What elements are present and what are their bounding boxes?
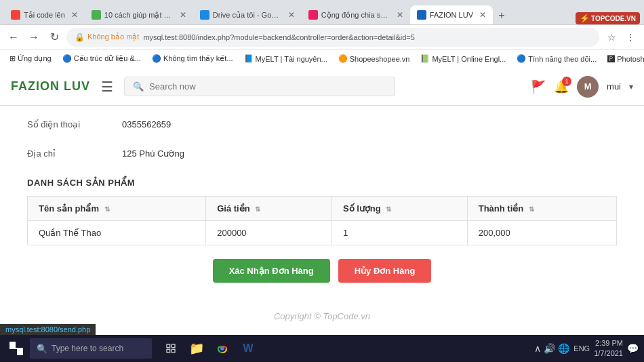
user-name[interactable]: mui (607, 81, 621, 92)
tab-close[interactable]: ✕ (288, 10, 295, 20)
bookmarks-bar: ⊞ Ứng dụng 🔵 Cấu trúc dữ liệu &... 🔵 Khô… (0, 49, 644, 68)
address-field-row: Địa chỉ 125 Phú Cường (27, 148, 617, 159)
bookmark-photoshop[interactable]: 🅿 Photoshop Online... (603, 54, 644, 64)
bookmark-icon: 🔵 (62, 54, 72, 63)
taskbar-explorer-btn[interactable]: 📁 (186, 338, 207, 359)
taskbar-search-btn[interactable] (160, 338, 182, 359)
taskbar-chrome-btn[interactable] (212, 338, 233, 359)
sort-icon-qty[interactable]: ⇅ (386, 205, 391, 213)
tab-close[interactable]: ✕ (397, 10, 403, 20)
address-value: 125 Phú Cường (122, 148, 184, 159)
tab-close[interactable]: ✕ (479, 10, 486, 20)
status-bar: mysql.test:8080/send.php (0, 324, 96, 335)
apps-icon: ⊞ (9, 54, 16, 63)
new-tab-button[interactable]: + (493, 7, 510, 24)
windows-icon (9, 342, 23, 355)
app-logo: FAZION LUV (11, 79, 90, 94)
menu-icon[interactable]: ☰ (101, 79, 113, 95)
lock-label: Không bảo mật (87, 33, 139, 41)
clock-time: 2:39 PM (594, 338, 623, 348)
svg-rect-0 (167, 344, 170, 348)
taskbar: 🔍 Type here to search 📁 W ∧ 🔊 🌐 ENG 2:39… (0, 335, 644, 362)
bookmark-khongtimthay[interactable]: 🔵 Không tìm thấy kết... (148, 53, 237, 64)
tab-title: Cộng đồng chia sẻ và downlo... (321, 11, 390, 20)
taskbar-icons: 📁 W (160, 338, 259, 359)
table-row: Quần Thể Thao 200000 1 200,000 (28, 221, 617, 245)
tab-fazion[interactable]: FAZION LUV ✕ (410, 5, 493, 24)
reload-button[interactable]: ↻ (46, 29, 62, 45)
notification-icon[interactable]: 🔔 1 (554, 79, 569, 94)
sort-icon-total[interactable]: ⇅ (529, 205, 534, 213)
taskbar-word-btn[interactable]: W (237, 338, 259, 359)
cell-product-name: Quần Thể Thao (28, 221, 206, 245)
tab-favicon (417, 10, 426, 20)
volume-icon[interactable]: 🔊 (544, 343, 555, 354)
search-bar[interactable]: 🔍 (124, 77, 395, 96)
clock-date: 1/7/2021 (594, 348, 623, 359)
address-text: mysql.test:8080/index.php?module=backend… (143, 33, 415, 41)
browser-chrome: Tải code lên ✕ 10 cách giúp mật khẩu của… (0, 0, 644, 68)
svg-rect-2 (167, 349, 170, 353)
section-title: DANH SÁCH SẢN PHẨM (27, 178, 617, 188)
more-btn[interactable]: ⋮ (622, 29, 639, 45)
search-input[interactable] (149, 81, 386, 92)
notification-sys-icon[interactable]: 💬 (627, 343, 639, 354)
col-price[interactable]: Giá tiền ⇅ (206, 197, 332, 221)
svg-rect-3 (172, 349, 175, 353)
bookmark-cautrucdl[interactable]: 🔵 Cấu trúc dữ liệu &... (58, 53, 145, 64)
sort-icon-price[interactable]: ⇅ (255, 205, 260, 213)
confirm-order-button[interactable]: Xác Nhận Đơn Hàng (213, 259, 330, 283)
bookmark-icon3: 📘 (244, 54, 254, 63)
flag-icon[interactable]: 🚩 (531, 79, 546, 94)
tab-bar: Tải code lên ✕ 10 cách giúp mật khẩu của… (0, 0, 644, 24)
cell-product-price: 200000 (206, 221, 332, 245)
bookmark-shopee[interactable]: 🟠 Shopeeshopee.vn (334, 53, 414, 64)
tab-favicon (11, 10, 20, 20)
address-label: Địa chỉ (27, 148, 122, 159)
chevron-icon[interactable]: ∧ (534, 343, 541, 354)
tab-close[interactable]: ✕ (180, 10, 186, 20)
bookmark-myelt1[interactable]: 📘 MyELT | Tài nguyên... (240, 53, 331, 64)
bookmark-apps[interactable]: ⊞ Ứng dụng (5, 53, 56, 64)
tab-favicon (92, 10, 101, 20)
sort-icon-name[interactable]: ⇅ (104, 205, 110, 213)
cell-product-qty: 1 (331, 221, 467, 245)
network-icon[interactable]: 🌐 (558, 343, 569, 354)
bookmark-btn[interactable]: ☆ (603, 29, 620, 45)
back-button[interactable]: ← (5, 29, 22, 45)
col-total[interactable]: Thành tiền ⇅ (467, 197, 616, 221)
tab-title: Tải code lên (24, 11, 65, 20)
bookmark-icon7: 🅿 (607, 55, 615, 63)
cell-product-total: 200,000 (467, 221, 616, 245)
tab-close[interactable]: ✕ (71, 10, 78, 20)
tab-taicode[interactable]: Tải code lên ✕ (4, 5, 85, 24)
tab-title: FAZION LUV (430, 11, 473, 19)
avatar[interactable]: M (577, 76, 599, 98)
tab-congdong[interactable]: Cộng đồng chia sẻ và downlo... ✕ (302, 5, 410, 24)
col-name[interactable]: Tên sản phẩm ⇅ (28, 197, 206, 221)
notification-badge: 1 (562, 77, 571, 86)
bookmark-icon2: 🔵 (152, 54, 161, 63)
phone-field: Số điện thoại 0355562659 (27, 119, 617, 129)
col-qty[interactable]: Số lượng ⇅ (331, 197, 467, 221)
forward-button[interactable]: → (26, 29, 42, 45)
bookmark-icon6: 🔵 (517, 54, 526, 63)
search-icon: 🔍 (133, 81, 144, 92)
tab-title: Drive của tôi - Google Drive (213, 11, 282, 20)
bookmark-icon5: 📗 (420, 54, 430, 63)
bookmark-tinhnangtd[interactable]: 🔵 Tính năng theo dõi... (512, 53, 601, 64)
tab-drive[interactable]: Drive của tôi - Google Drive ✕ (193, 5, 302, 24)
address-field[interactable]: 🔒 Không bảo mật mysql.test:8080/index.ph… (66, 28, 599, 47)
app-container: FAZION LUV ☰ 🔍 🚩 🔔 1 M mui ▾ Số điện tho… (0, 68, 644, 362)
chevron-down-icon[interactable]: ▾ (629, 82, 633, 92)
tab-matkhau[interactable]: 10 cách giúp mật khẩu của bạ... ✕ (85, 5, 193, 24)
topcode-badge: ⚡ TOPCODE.VN (576, 12, 640, 24)
header-right: 🚩 🔔 1 M mui ▾ (531, 76, 633, 98)
bookmark-myelt2[interactable]: 📗 MyELT | Online Engl... (416, 53, 510, 64)
taskbar-search-icon: 🔍 (37, 344, 47, 354)
taskbar-search[interactable]: 🔍 Type here to search (30, 338, 152, 359)
taskbar-right: ∧ 🔊 🌐 ENG 2:39 PM 1/7/2021 💬 (534, 338, 639, 359)
cancel-order-button[interactable]: Hủy Đơn Hàng (338, 259, 432, 283)
main-content: Số điện thoại 0355562659 Địa chỉ 125 Phú… (0, 106, 644, 362)
start-button[interactable] (5, 338, 27, 359)
